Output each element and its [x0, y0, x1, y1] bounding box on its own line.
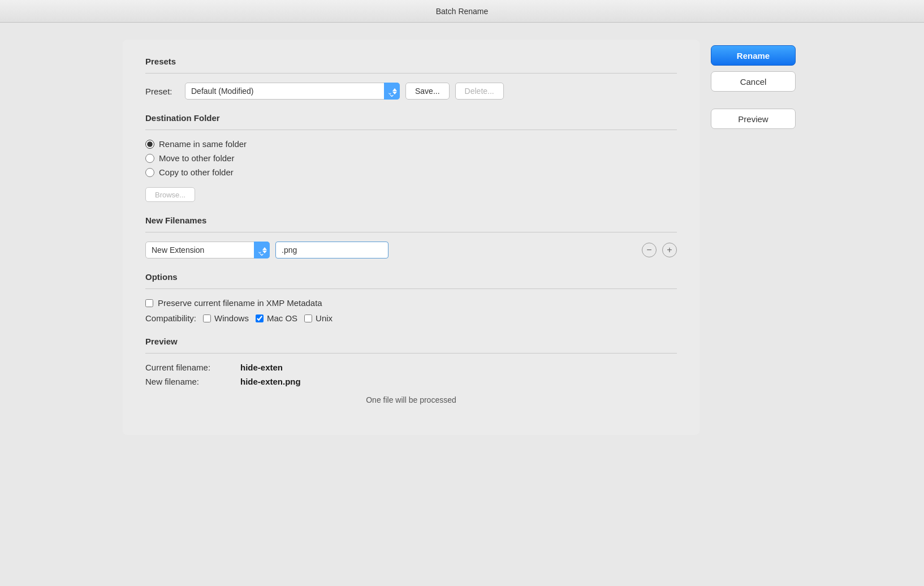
macos-label: Mac OS	[267, 313, 297, 323]
presets-divider	[145, 73, 677, 74]
preserve-filename-label: Preserve current filename in XMP Metadat…	[158, 298, 322, 308]
new-filename-label: New filename:	[145, 377, 236, 386]
add-rule-button[interactable]: +	[662, 243, 677, 257]
new-filename-row: New filename: hide-exten.png	[145, 377, 677, 386]
extension-select-wrapper: New Extension	[145, 242, 270, 258]
options-section-title: Options	[145, 272, 677, 282]
preview-section-title: Preview	[145, 337, 677, 346]
preserve-filename-checkbox[interactable]	[145, 299, 153, 307]
browse-button[interactable]: Browse...	[145, 187, 195, 202]
rename-button[interactable]: Rename	[711, 45, 796, 66]
new-filename-value: hide-exten.png	[240, 377, 301, 386]
windows-checkbox[interactable]	[203, 314, 211, 322]
destination-radio-group: Rename in same folder Move to other fold…	[145, 139, 677, 177]
save-button[interactable]: Save...	[405, 83, 450, 100]
current-filename-row: Current filename: hide-exten	[145, 363, 677, 372]
new-filenames-section-title: New Filenames	[145, 216, 677, 225]
destination-folder-section-title: Destination Folder	[145, 113, 677, 123]
windows-checkbox-item[interactable]: Windows	[203, 313, 249, 323]
sidebar-buttons: Rename Cancel Preview	[711, 40, 801, 435]
radio-copy-other[interactable]: Copy to other folder	[145, 167, 677, 177]
unix-checkbox[interactable]	[304, 314, 312, 322]
preset-label: Preset:	[145, 87, 179, 96]
preview-divider	[145, 353, 677, 354]
preset-select-wrapper: Default (Modified)	[185, 83, 400, 100]
macos-checkbox[interactable]	[256, 314, 264, 322]
unix-checkbox-item[interactable]: Unix	[304, 313, 333, 323]
file-count-text: One file will be processed	[145, 395, 677, 404]
remove-rule-button[interactable]: −	[642, 243, 657, 257]
preset-select[interactable]: Default (Modified)	[185, 83, 400, 100]
radio-copy-other-input[interactable]	[145, 168, 154, 177]
current-filename-label: Current filename:	[145, 363, 236, 372]
extension-type-select[interactable]: New Extension	[145, 242, 270, 258]
radio-rename-same[interactable]: Rename in same folder	[145, 139, 677, 149]
window-title: Batch Rename	[436, 7, 489, 16]
options-divider	[145, 288, 677, 289]
radio-move-other[interactable]: Move to other folder	[145, 153, 677, 163]
preview-button[interactable]: Preview	[711, 109, 796, 129]
radio-move-other-label: Move to other folder	[159, 153, 234, 163]
unix-label: Unix	[316, 313, 333, 323]
radio-rename-same-input[interactable]	[145, 140, 154, 149]
presets-section-title: Presets	[145, 57, 677, 66]
extension-value-input[interactable]	[275, 242, 388, 258]
macos-checkbox-item[interactable]: Mac OS	[256, 313, 297, 323]
compatibility-row: Compatibility: Windows Mac OS Unix	[145, 313, 677, 323]
compatibility-label: Compatibility:	[145, 313, 196, 323]
cancel-button[interactable]: Cancel	[711, 71, 796, 92]
radio-copy-other-label: Copy to other folder	[159, 167, 234, 177]
destination-divider	[145, 130, 677, 130]
preserve-filename-checkbox-item[interactable]: Preserve current filename in XMP Metadat…	[145, 298, 677, 308]
filenames-row: New Extension − +	[145, 242, 677, 258]
radio-rename-same-label: Rename in same folder	[159, 139, 247, 149]
new-filenames-divider	[145, 232, 677, 232]
delete-button[interactable]: Delete...	[455, 83, 504, 100]
current-filename-value: hide-exten	[240, 363, 283, 372]
windows-label: Windows	[214, 313, 249, 323]
radio-move-other-input[interactable]	[145, 154, 154, 163]
